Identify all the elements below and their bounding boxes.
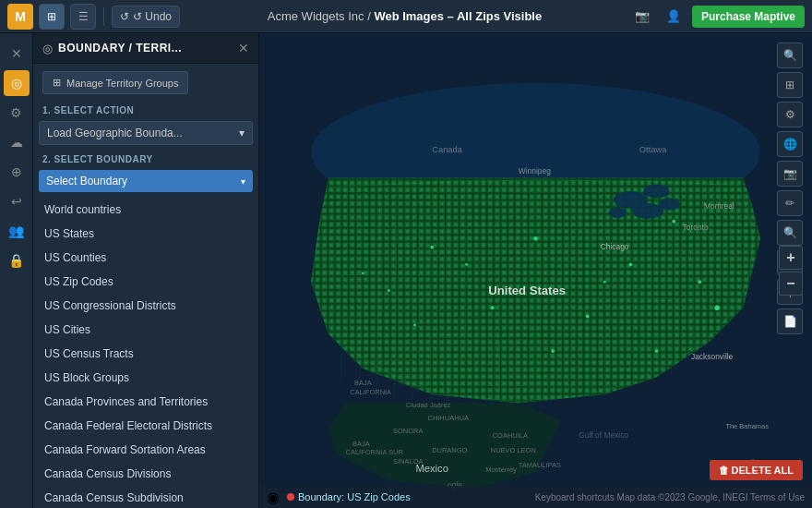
bottom-bar: ◉ Boundary: US Zip Codes Keyboard shortc… — [259, 486, 812, 508]
boundary-item-1[interactable]: US States — [33, 222, 258, 246]
boundary-item-11[interactable]: Canada Census Divisions — [33, 462, 258, 486]
svg-point-59 — [413, 324, 416, 327]
delete-all-button[interactable]: 🗑 DELETE ALL — [710, 460, 803, 480]
svg-point-62 — [643, 184, 669, 198]
svg-text:Chicago: Chicago — [601, 242, 629, 251]
svg-text:Ottawa: Ottawa — [639, 145, 667, 154]
svg-text:Ciudad Juárez: Ciudad Juárez — [406, 401, 450, 409]
topbar: M ⊞ ☰ ↺ ↺ Undo Acme Widgets Inc / Web Im… — [0, 0, 812, 33]
layers-icon[interactable]: ☁ — [4, 129, 30, 155]
svg-point-47 — [533, 236, 538, 241]
zoom-search-btn[interactable]: 🔍 — [777, 220, 803, 246]
svg-text:Montreal: Montreal — [704, 201, 734, 211]
home-icon[interactable]: M — [7, 4, 33, 30]
boundary-item-3[interactable]: US Zip Codes — [33, 270, 258, 294]
dropdown-arrow-icon: ▾ — [239, 127, 245, 139]
boundary-item-2[interactable]: US Counties — [33, 246, 258, 270]
camera-icon-btn[interactable]: 📷 — [629, 4, 655, 30]
svg-point-64 — [632, 203, 663, 219]
boundary-dot — [287, 493, 294, 501]
svg-text:BAJA: BAJA — [352, 440, 370, 448]
main-area: ✕ ◎ ⚙ ☁ ⊕ ↩ 👥 🔒 ◎ BOUNDARY / TERRI... ✕ … — [0, 33, 812, 508]
globe-btn[interactable]: 🌐 — [777, 131, 803, 157]
doc-btn[interactable]: 📄 — [777, 308, 803, 334]
boundary-label: Boundary: US Zip Codes — [298, 491, 411, 502]
svg-point-53 — [491, 306, 495, 309]
users-icon[interactable]: 👥 — [4, 218, 30, 244]
svg-text:CALIFORNIA: CALIFORNIA — [350, 388, 391, 396]
boundary-item-12[interactable]: Canada Census Subdivision — [33, 486, 258, 508]
svg-point-65 — [609, 208, 627, 218]
boundary-indicator: Boundary: US Zip Codes — [287, 491, 411, 502]
zoom-in-button[interactable]: + — [779, 246, 803, 270]
undo-icon: ↺ — [120, 10, 129, 23]
boundary-item-8[interactable]: Canada Provinces and Territories — [33, 390, 258, 414]
action-value: Load Geographic Bounda... — [47, 127, 183, 139]
section1-label: 1. SELECT ACTION — [33, 102, 258, 119]
settings-map-btn[interactable]: ⚙ — [777, 102, 803, 127]
svg-text:Monterrey: Monterrey — [485, 466, 517, 474]
svg-text:CHIHUAHUA: CHIHUAHUA — [428, 414, 469, 422]
manage-icon: ⊞ — [53, 77, 61, 89]
svg-text:Winnipeg: Winnipeg — [519, 166, 551, 175]
list-view-btn[interactable]: ☰ — [70, 4, 96, 30]
undo-button[interactable]: ↺ ↺ Undo — [112, 6, 180, 28]
boundary-item-10[interactable]: Canada Forward Sortation Areas — [33, 438, 258, 462]
svg-point-51 — [388, 289, 390, 292]
purchase-button[interactable]: Purchase Maptive — [692, 6, 805, 28]
user-icon-btn[interactable]: 👤 — [661, 4, 687, 30]
map-area[interactable]: United States Mexico Canada Ottawa Winni… — [259, 33, 812, 508]
search-btn[interactable]: 🔍 — [777, 42, 803, 68]
svg-point-46 — [430, 246, 434, 249]
svg-text:NUEVO LEON: NUEVO LEON — [491, 446, 536, 454]
zoom-out-button[interactable]: − — [779, 272, 803, 296]
boundary-item-6[interactable]: US Census Tracts — [33, 342, 258, 366]
boundary-item-9[interactable]: Canada Federal Electoral Districts — [33, 414, 258, 438]
select-boundary-dropdown[interactable]: Select Boundary ▾ — [39, 170, 253, 192]
svg-point-56 — [655, 349, 659, 353]
lock-icon[interactable]: 🔒 — [4, 248, 30, 273]
zoom-fit-btn[interactable]: ⊞ — [777, 72, 803, 98]
svg-text:SINALOA: SINALOA — [393, 457, 423, 466]
svg-text:TAMAULIPAS: TAMAULIPAS — [519, 461, 561, 469]
boundary-item-0[interactable]: World countries — [33, 198, 258, 222]
svg-point-60 — [362, 272, 364, 274]
svg-text:SONORA: SONORA — [393, 427, 423, 435]
manage-territory-groups-button[interactable]: ⊞ Manage Territory Groups — [42, 71, 188, 94]
undo-icon[interactable]: ↩ — [4, 188, 30, 214]
edit-btn[interactable]: ✏ — [777, 190, 803, 216]
boundary-item-5[interactable]: US Cities — [33, 318, 258, 342]
svg-point-52 — [586, 315, 590, 319]
add-icon[interactable]: ⊕ — [4, 159, 30, 185]
svg-text:BAJA: BAJA — [354, 379, 372, 387]
svg-point-50 — [698, 280, 701, 284]
panel-close-button[interactable]: ✕ — [238, 41, 249, 55]
svg-point-58 — [465, 263, 468, 266]
page-title: Acme Widgets Inc / Web Images – All Zips… — [185, 9, 624, 23]
panel-header: ◎ BOUNDARY / TERRI... ✕ — [33, 33, 258, 64]
undo-label: ↺ Undo — [133, 10, 172, 23]
svg-text:Jacksonville: Jacksonville — [691, 352, 734, 361]
panel-content: ⊞ Manage Territory Groups 1. SELECT ACTI… — [33, 64, 258, 508]
boundary-item-4[interactable]: US Congressional Districts — [33, 294, 258, 318]
photo-btn[interactable]: 📷 — [777, 161, 803, 187]
action-dropdown[interactable]: Load Geographic Bounda... ▾ — [39, 121, 253, 145]
boundary-icon[interactable]: ◎ — [4, 70, 30, 96]
settings-icon[interactable]: ⚙ — [4, 100, 30, 126]
svg-text:United States: United States — [488, 284, 566, 297]
svg-point-57 — [603, 281, 606, 284]
grid-view-btn[interactable]: ⊞ — [39, 4, 65, 30]
svg-text:DURANGO: DURANGO — [432, 446, 467, 454]
svg-point-55 — [551, 349, 555, 353]
boundary-panel: ◎ BOUNDARY / TERRI... ✕ ⊞ Manage Territo… — [33, 33, 259, 508]
boundary-indicator-icon: ◉ — [267, 489, 280, 506]
svg-text:Canada: Canada — [432, 145, 463, 154]
svg-text:CALIFORNIA SUR: CALIFORNIA SUR — [346, 448, 404, 456]
tools-icon[interactable]: ✕ — [4, 41, 30, 67]
divider1 — [103, 7, 104, 26]
boundary-arrow-icon: ▾ — [241, 176, 245, 187]
boundary-item-7[interactable]: US Block Groups — [33, 366, 258, 390]
svg-point-54 — [714, 305, 720, 310]
section2-label: 2. SELECT BOUNDARY — [33, 151, 258, 168]
map-canvas: United States Mexico Canada Ottawa Winni… — [259, 33, 812, 508]
